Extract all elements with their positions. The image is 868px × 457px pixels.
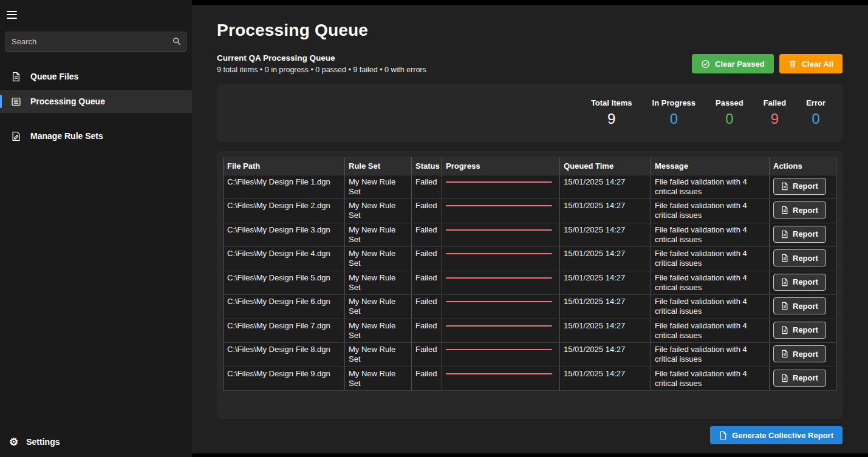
- cell-queued-time: 15/01/2025 14:27: [560, 199, 651, 223]
- report-button[interactable]: Report: [773, 249, 826, 266]
- cell-status: Failed: [412, 175, 442, 199]
- cell-message: File failed validation with 4 critical i…: [651, 223, 770, 247]
- report-button[interactable]: Report: [773, 297, 826, 314]
- report-button-label: Report: [793, 206, 818, 215]
- progress-bar: [446, 181, 552, 183]
- hamburger-icon: [7, 11, 17, 12]
- sidebar-item-manage-rule-sets[interactable]: Manage Rule Sets: [0, 124, 192, 147]
- clear-passed-button[interactable]: Clear Passed: [692, 54, 774, 73]
- search-input[interactable]: [5, 32, 187, 52]
- header-buttons: Clear Passed Clear All: [692, 54, 842, 73]
- sidebar-item-settings[interactable]: ⚙ Settings: [0, 430, 192, 453]
- cell-file-path: C:\Files\My Design File 6.dgn: [224, 295, 345, 319]
- page-title: Processing Queue: [217, 21, 842, 40]
- cell-rule-set: My New Rule Set: [345, 367, 412, 391]
- progress-bar: [446, 205, 552, 206]
- table-row: C:\Files\My Design File 8.dgnMy New Rule…: [224, 343, 836, 367]
- search-icon[interactable]: [173, 37, 181, 46]
- progress-bar: [446, 325, 552, 327]
- column-header: Status: [412, 157, 442, 175]
- report-button[interactable]: Report: [773, 274, 826, 291]
- stat-value: 0: [716, 110, 743, 127]
- stat-item: In Progress0: [652, 98, 696, 127]
- cell-rule-set: My New Rule Set: [345, 295, 412, 319]
- report-button[interactable]: Report: [773, 201, 826, 218]
- cell-rule-set: My New Rule Set: [345, 319, 412, 343]
- progress-bar: [446, 229, 552, 231]
- report-button-label: Report: [793, 181, 818, 191]
- queue-summary: 9 total items • 0 in progress • 0 passed…: [217, 66, 426, 74]
- report-button[interactable]: Report: [773, 322, 826, 339]
- subheader: Current QA Processing Queue 9 total item…: [217, 53, 842, 74]
- table-row: C:\Files\My Design File 7.dgnMy New Rule…: [224, 319, 836, 343]
- cell-status: Failed: [412, 319, 442, 343]
- clear-all-button[interactable]: Clear All: [779, 54, 842, 73]
- cell-status: Failed: [412, 223, 442, 247]
- report-button[interactable]: Report: [773, 345, 826, 362]
- sidebar-item-label: Queue Files: [30, 72, 78, 81]
- progress-bar: [446, 373, 552, 374]
- report-button-label: Report: [793, 254, 818, 263]
- stat-value: 9: [764, 110, 787, 127]
- cell-progress: [442, 367, 560, 391]
- stat-label: Total Items: [591, 98, 632, 107]
- generate-collective-report-button[interactable]: Generate Collective Report: [710, 426, 842, 444]
- cell-message: File failed validation with 4 critical i…: [651, 247, 770, 271]
- cell-file-path: C:\Files\My Design File 8.dgn: [224, 343, 345, 367]
- sidebar-item-processing-queue[interactable]: Processing Queue: [0, 90, 192, 113]
- table-row: C:\Files\My Design File 3.dgnMy New Rule…: [224, 223, 836, 247]
- stat-label: Failed: [764, 98, 787, 107]
- table-row: C:\Files\My Design File 2.dgnMy New Rule…: [224, 199, 836, 223]
- report-button[interactable]: Report: [773, 226, 826, 243]
- stat-item: Total Items9: [591, 98, 632, 127]
- stat-item: Failed9: [764, 98, 787, 127]
- stat-label: Error: [806, 98, 825, 107]
- stat-value: 0: [806, 110, 825, 127]
- cell-status: Failed: [412, 271, 442, 295]
- stat-item: Error0: [806, 98, 825, 127]
- cell-actions: Report: [770, 223, 836, 247]
- column-header: Actions: [770, 157, 836, 175]
- progress-bar: [446, 301, 552, 302]
- cell-message: File failed validation with 4 critical i…: [651, 319, 770, 343]
- cell-actions: Report: [770, 175, 836, 199]
- report-document-icon: [781, 206, 788, 214]
- cell-file-path: C:\Files\My Design File 4.dgn: [224, 247, 345, 271]
- clear-all-label: Clear All: [802, 59, 833, 69]
- sidebar-item-label: Manage Rule Sets: [30, 131, 103, 141]
- clear-passed-label: Clear Passed: [715, 59, 765, 69]
- section-title: Current QA Processing Queue: [217, 53, 426, 63]
- cell-actions: Report: [770, 319, 836, 343]
- stats-card: Total Items9In Progress0Passed0Failed9Er…: [217, 84, 842, 142]
- stats-row: Total Items9In Progress0Passed0Failed9Er…: [591, 98, 825, 127]
- cell-actions: Report: [770, 199, 836, 223]
- report-document-icon: [781, 230, 788, 239]
- stat-label: In Progress: [652, 98, 696, 107]
- cell-rule-set: My New Rule Set: [345, 271, 412, 295]
- cell-actions: Report: [770, 271, 836, 295]
- column-header: Queued Time: [560, 157, 651, 175]
- report-button-label: Report: [793, 373, 818, 382]
- sidebar-nav: Queue Files Processing Queue Manage Rule…: [0, 65, 192, 147]
- progress-bar: [446, 253, 552, 254]
- sidebar-item-queue-files[interactable]: Queue Files: [0, 65, 192, 88]
- report-button[interactable]: Report: [773, 178, 826, 195]
- queue-files-icon: [10, 72, 21, 82]
- hamburger-menu-button[interactable]: [0, 0, 24, 24]
- cell-message: File failed validation with 4 critical i…: [651, 175, 770, 199]
- cell-status: Failed: [412, 295, 442, 319]
- table-row: C:\Files\My Design File 4.dgnMy New Rule…: [224, 247, 836, 271]
- cell-queued-time: 15/01/2025 14:27: [560, 343, 651, 367]
- search-box: [5, 32, 187, 52]
- cell-status: Failed: [412, 367, 442, 391]
- table-header-row: File PathRule SetStatusProgressQueued Ti…: [224, 157, 836, 175]
- cell-file-path: C:\Files\My Design File 3.dgn: [224, 223, 345, 247]
- report-document-icon: [781, 374, 788, 382]
- cell-actions: Report: [770, 367, 836, 391]
- column-header: Progress: [442, 157, 560, 175]
- main-content: Processing Queue Current QA Processing Q…: [192, 0, 868, 457]
- report-button-label: Report: [793, 229, 818, 239]
- report-button[interactable]: Report: [773, 370, 826, 387]
- report-document-icon: [781, 326, 788, 334]
- cell-queued-time: 15/01/2025 14:27: [560, 319, 651, 343]
